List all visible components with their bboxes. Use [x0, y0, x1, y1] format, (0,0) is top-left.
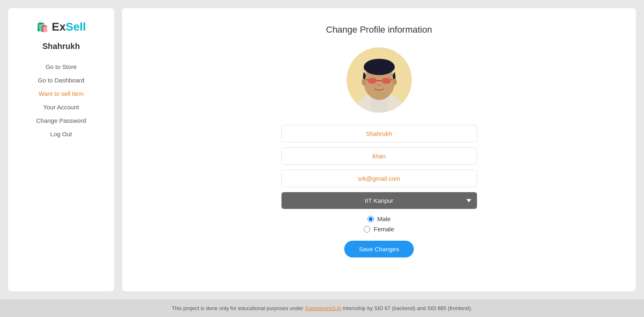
email-input[interactable] — [281, 170, 477, 187]
gender-female-label[interactable]: Female — [364, 226, 394, 233]
sidebar-username: Shahrukh — [42, 42, 80, 51]
gender-radio-group: Male Female — [281, 215, 477, 233]
footer-link[interactable]: SophomoreS.in — [305, 305, 341, 311]
first-name-input[interactable] — [281, 125, 477, 142]
logo-text: ExSell — [52, 20, 86, 33]
svg-point-12 — [393, 79, 397, 85]
page-title: Change Profile information — [326, 24, 432, 35]
avatar — [347, 47, 412, 113]
svg-line-10 — [391, 80, 392, 80]
sidebar-item-your-account[interactable]: Your Account — [43, 104, 79, 111]
logo-area: 🛍️ ExSell — [36, 20, 86, 33]
svg-line-9 — [366, 80, 368, 80]
svg-point-5 — [364, 59, 395, 75]
gender-male-text: Male — [377, 215, 391, 222]
main-content: Change Profile information — [122, 8, 636, 291]
last-name-input[interactable] — [281, 147, 477, 165]
profile-form: IIT Kanpur IIT Delhi IIT Bombay Male Fem… — [281, 125, 477, 257]
gender-male-radio[interactable] — [367, 216, 374, 222]
svg-rect-6 — [368, 78, 377, 84]
sidebar-item-want-sell[interactable]: Want to sell item — [39, 90, 84, 97]
footer-text-after: internship by SID 67 (backend) and SID 8… — [341, 305, 473, 311]
footer-text-before: This project is done only for educationa… — [172, 305, 305, 311]
logo-sell: Sell — [66, 20, 86, 33]
save-changes-button[interactable]: Save Changes — [344, 241, 413, 257]
svg-rect-7 — [382, 78, 391, 84]
footer: This project is done only for educationa… — [0, 299, 644, 317]
gender-female-text: Female — [374, 226, 394, 233]
sidebar-nav: Go to Store Go to Dashboard Want to sell… — [16, 63, 106, 137]
gender-male-label[interactable]: Male — [367, 215, 391, 222]
logo-ex: Ex — [52, 20, 66, 33]
sidebar-item-go-dashboard[interactable]: Go to Dashboard — [38, 77, 84, 84]
sidebar-item-change-password[interactable]: Change Password — [36, 117, 86, 124]
svg-point-11 — [362, 79, 366, 85]
avatar-image — [347, 47, 412, 113]
gender-female-radio[interactable] — [364, 226, 370, 233]
sidebar-item-go-store[interactable]: Go to Store — [46, 63, 77, 70]
college-select[interactable]: IIT Kanpur IIT Delhi IIT Bombay — [281, 192, 477, 209]
sidebar-item-log-out[interactable]: Log Out — [50, 131, 72, 137]
sidebar: 🛍️ ExSell Shahrukh Go to Store Go to Das… — [8, 8, 114, 291]
logo-icon: 🛍️ — [36, 21, 48, 33]
